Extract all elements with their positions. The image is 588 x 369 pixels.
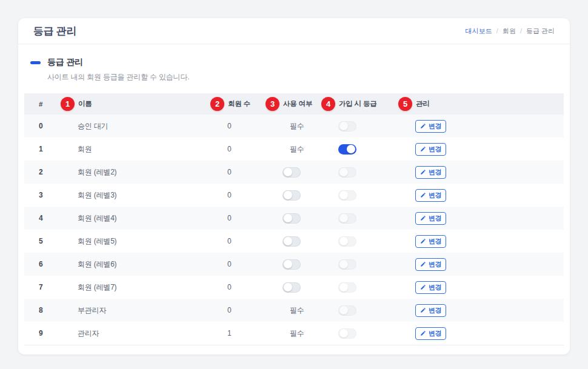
grade-name: 회원 (레벨3) bbox=[78, 190, 227, 201]
edit-button-label: 변경 bbox=[429, 329, 441, 338]
edit-button-label: 변경 bbox=[429, 306, 441, 315]
usage-required-label: 필수 bbox=[282, 122, 304, 130]
manage-cell: 변경 bbox=[415, 120, 564, 133]
table-row: 3 회원 (레벨3) 0 변경 bbox=[24, 184, 564, 207]
signup-grade-cell bbox=[338, 121, 415, 131]
signup-grade-cell bbox=[338, 190, 415, 201]
usage-toggle[interactable] bbox=[282, 190, 301, 201]
pencil-icon bbox=[420, 192, 426, 198]
member-count: 0 bbox=[227, 237, 282, 245]
column-header-name: 1 이름 bbox=[78, 97, 227, 111]
edit-button[interactable]: 변경 bbox=[415, 235, 446, 248]
toggle-knob bbox=[347, 145, 355, 153]
usage-cell: 필수 bbox=[282, 328, 338, 339]
edit-button-label: 변경 bbox=[429, 283, 441, 292]
member-count: 0 bbox=[227, 283, 282, 291]
signup-grade-toggle[interactable] bbox=[338, 282, 356, 293]
edit-button[interactable]: 변경 bbox=[415, 166, 446, 179]
grade-name: 회원 (레벨7) bbox=[78, 282, 227, 293]
grade-name: 회원 (레벨6) bbox=[78, 259, 227, 270]
signup-grade-cell bbox=[338, 236, 415, 247]
signup-grade-cell bbox=[338, 167, 415, 178]
usage-toggle[interactable] bbox=[282, 236, 301, 247]
toggle-knob bbox=[339, 329, 348, 337]
table-body: 0 승인 대기 0 필수 변경 1 회원 0 필수 변 bbox=[24, 115, 564, 345]
section-title: 등급 관리 bbox=[47, 57, 83, 68]
manage-cell: 변경 bbox=[415, 281, 564, 294]
edit-button[interactable]: 변경 bbox=[415, 143, 446, 156]
breadcrumb: 대시보드 / 회원 / 등급 관리 bbox=[466, 27, 555, 36]
usage-cell bbox=[282, 236, 338, 247]
row-index: 1 bbox=[24, 145, 78, 153]
section-description: 사이트 내의 회원 등급을 관리할 수 있습니다. bbox=[47, 72, 564, 82]
usage-toggle[interactable] bbox=[282, 167, 301, 178]
table-row: 5 회원 (레벨5) 0 변경 bbox=[24, 230, 564, 253]
pencil-icon bbox=[420, 123, 426, 129]
breadcrumb-member[interactable]: 회원 bbox=[503, 27, 516, 36]
table-row: 4 회원 (레벨4) 0 변경 bbox=[24, 207, 564, 230]
grade-table: # 1 이름 2 회원 수 3 사용 여부 4 가입 시 등급 bbox=[24, 93, 564, 345]
grade-name: 회원 bbox=[78, 144, 227, 155]
member-count: 0 bbox=[227, 306, 282, 314]
member-count: 0 bbox=[227, 168, 282, 176]
table-row: 2 회원 (레벨2) 0 변경 bbox=[24, 161, 564, 184]
card-header: 등급 관리 대시보드 / 회원 / 등급 관리 bbox=[18, 18, 570, 44]
row-index: 8 bbox=[24, 306, 78, 314]
table-row: 9 관리자 1 필수 변경 bbox=[24, 322, 564, 345]
member-count: 0 bbox=[227, 191, 282, 199]
manage-cell: 변경 bbox=[415, 189, 564, 202]
row-index: 6 bbox=[24, 260, 78, 268]
usage-cell bbox=[282, 167, 338, 178]
usage-required-label: 필수 bbox=[282, 306, 304, 314]
page-title: 등급 관리 bbox=[33, 24, 76, 38]
usage-required-label: 필수 bbox=[282, 145, 304, 153]
signup-grade-cell bbox=[338, 305, 415, 316]
toggle-knob bbox=[339, 191, 348, 199]
pencil-icon bbox=[420, 215, 426, 221]
grade-management-card: 등급 관리 대시보드 / 회원 / 등급 관리 등급 관리 사이트 내의 회원 … bbox=[18, 18, 570, 354]
section-dash-icon bbox=[30, 61, 41, 64]
row-index: 5 bbox=[24, 237, 78, 245]
breadcrumb-dashboard-link[interactable]: 대시보드 bbox=[466, 27, 492, 36]
usage-toggle[interactable] bbox=[282, 282, 301, 293]
signup-grade-toggle[interactable] bbox=[338, 328, 356, 339]
column-header-signup-grade-label: 가입 시 등급 bbox=[339, 99, 377, 108]
row-index: 2 bbox=[24, 168, 78, 176]
edit-button[interactable]: 변경 bbox=[415, 189, 446, 202]
grade-name: 회원 (레벨4) bbox=[78, 213, 227, 224]
signup-grade-toggle[interactable] bbox=[338, 190, 356, 201]
signup-grade-toggle[interactable] bbox=[338, 213, 356, 224]
edit-button[interactable]: 변경 bbox=[415, 304, 446, 317]
signup-grade-toggle[interactable] bbox=[338, 236, 356, 247]
signup-grade-cell bbox=[338, 213, 415, 224]
edit-button-label: 변경 bbox=[429, 168, 441, 177]
annotation-badge-3: 3 bbox=[266, 97, 279, 111]
toggle-knob bbox=[339, 260, 348, 268]
signup-grade-toggle[interactable] bbox=[338, 121, 356, 131]
pencil-icon bbox=[420, 238, 426, 244]
row-index: 7 bbox=[24, 283, 78, 291]
signup-grade-toggle[interactable] bbox=[338, 305, 356, 316]
edit-button[interactable]: 변경 bbox=[415, 258, 446, 271]
manage-cell: 변경 bbox=[415, 235, 564, 248]
edit-button[interactable]: 변경 bbox=[415, 120, 446, 133]
toggle-knob bbox=[339, 306, 348, 314]
section-head: 등급 관리 bbox=[30, 57, 564, 68]
edit-button[interactable]: 변경 bbox=[415, 327, 446, 340]
member-count: 0 bbox=[227, 145, 282, 153]
column-header-manage-label: 관리 bbox=[416, 99, 430, 108]
toggle-knob bbox=[339, 122, 348, 130]
signup-grade-toggle[interactable] bbox=[338, 144, 356, 155]
member-count: 0 bbox=[227, 214, 282, 222]
usage-cell: 필수 bbox=[282, 121, 338, 131]
manage-cell: 변경 bbox=[415, 166, 564, 179]
edit-button[interactable]: 변경 bbox=[415, 212, 446, 225]
breadcrumb-separator: / bbox=[520, 27, 522, 35]
edit-button[interactable]: 변경 bbox=[415, 281, 446, 294]
usage-toggle[interactable] bbox=[282, 259, 301, 270]
grade-name: 회원 (레벨5) bbox=[78, 236, 227, 247]
usage-toggle[interactable] bbox=[282, 213, 301, 224]
signup-grade-toggle[interactable] bbox=[338, 259, 356, 270]
signup-grade-toggle[interactable] bbox=[338, 167, 356, 178]
row-index: 3 bbox=[24, 191, 78, 199]
